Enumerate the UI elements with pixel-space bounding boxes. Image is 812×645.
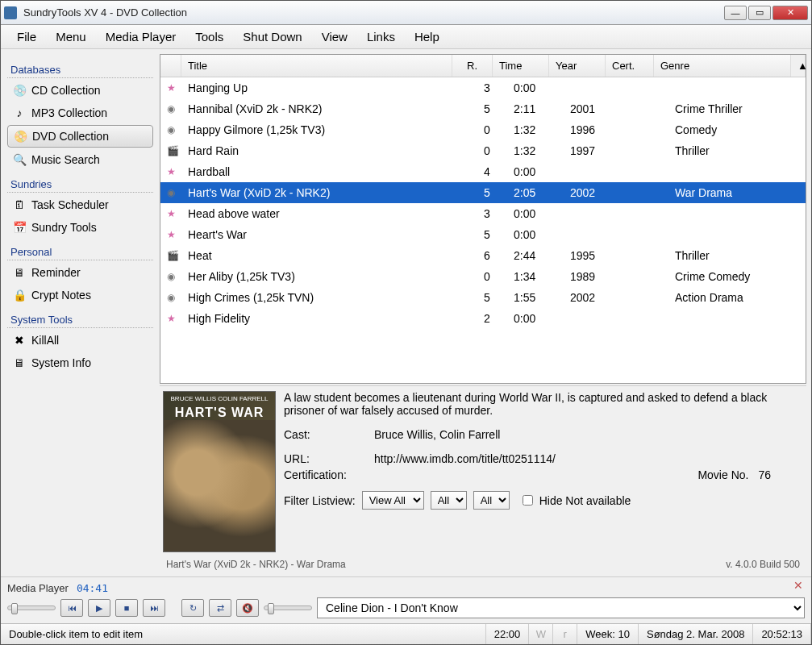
- minimize-button[interactable]: —: [724, 6, 747, 20]
- maximize-button[interactable]: ▭: [748, 6, 771, 20]
- table-body[interactable]: ★Hanging Up30:00◉Hannibal (XviD 2k - NRK…: [160, 77, 806, 383]
- row-time: 1:34: [507, 268, 564, 285]
- movieno-value: 76: [758, 468, 771, 481]
- sidebar-header-databases: Databases: [7, 60, 153, 78]
- main-area: Title R. Time Year Cert. Genre ▲ ★Hangin…: [160, 54, 806, 572]
- status-date: Søndag 2. Mar. 2008: [639, 624, 753, 644]
- table-row[interactable]: ◉Happy Gilmore (1,25k TV3)01:321996Comed…: [160, 119, 806, 140]
- status-r: r: [553, 624, 577, 644]
- mute-button[interactable]: 🔇: [236, 599, 259, 617]
- menu-shut-down[interactable]: Shut Down: [233, 27, 311, 47]
- clap-icon: 🎬: [160, 143, 181, 159]
- table-row[interactable]: ★High Fidelity20:00: [160, 308, 806, 329]
- sidebar-item-label: Music Search: [31, 153, 100, 166]
- table-row[interactable]: ◉Hannibal (XviD 2k - NRK2)52:112001Crime…: [160, 98, 806, 119]
- next-button[interactable]: ⏭: [143, 599, 165, 617]
- col-rating-header[interactable]: R.: [452, 55, 493, 77]
- row-rating: 5: [467, 226, 507, 243]
- row-genre: Thriller: [668, 142, 806, 160]
- menu-tools[interactable]: Tools: [185, 27, 233, 47]
- sundry-tools-icon: 📅: [12, 220, 27, 235]
- sidebar-item-killall[interactable]: ✖KillAll: [7, 330, 153, 351]
- col-title-header[interactable]: Title: [181, 55, 452, 77]
- row-time: 0:00: [507, 226, 564, 243]
- row-genre: [668, 85, 806, 90]
- row-title: Heart's War: [181, 226, 467, 243]
- row-year: 1989: [564, 268, 620, 285]
- volume-slider[interactable]: [264, 605, 312, 610]
- sidebar-header-personal: Personal: [7, 243, 153, 260]
- row-rating: 0: [467, 268, 507, 285]
- filter-3-select[interactable]: All: [473, 491, 510, 510]
- col-time-header[interactable]: Time: [493, 55, 549, 77]
- col-cert-header[interactable]: Cert.: [606, 55, 654, 77]
- close-button[interactable]: ✕: [772, 6, 808, 20]
- menu-view[interactable]: View: [312, 27, 357, 47]
- url-label: URL:: [284, 452, 364, 465]
- menu-menu[interactable]: Menu: [46, 27, 96, 47]
- row-genre: [668, 316, 806, 321]
- row-title: Her Aliby (1,25k TV3): [181, 268, 467, 285]
- row-rating: 5: [467, 100, 507, 118]
- sidebar-item-mp3-collection[interactable]: ♪MP3 Collection: [7, 102, 153, 123]
- row-time: 0:00: [507, 163, 564, 181]
- row-title: Hard Rain: [181, 142, 467, 160]
- table-row[interactable]: ★Hardball40:00: [160, 161, 806, 182]
- row-time: 2:11: [507, 100, 564, 118]
- killall-icon: ✖: [12, 333, 27, 347]
- sidebar-header-system-tools: System Tools: [7, 310, 153, 328]
- sidebar-item-music-search[interactable]: 🔍Music Search: [7, 149, 153, 170]
- sidebar-item-label: Reminder: [31, 266, 81, 279]
- row-time: 0:00: [507, 310, 564, 327]
- url-value: http://www.imdb.com/title/tt0251114/: [374, 452, 556, 465]
- sidebar-item-task-scheduler[interactable]: 🗓Task Scheduler: [7, 194, 153, 215]
- player-close-icon[interactable]: ✕: [793, 579, 803, 592]
- status-clock1: 22:00: [486, 624, 530, 644]
- table-row[interactable]: ★Head above water30:00: [160, 203, 806, 224]
- menu-help[interactable]: Help: [405, 27, 449, 47]
- shuffle-button[interactable]: ⇄: [209, 599, 231, 617]
- repeat-button[interactable]: ↻: [181, 599, 204, 617]
- prev-button[interactable]: ⏮: [60, 599, 83, 617]
- statusbar: Double-click item to edit item 22:00 W r…: [1, 623, 811, 644]
- stop-button[interactable]: ■: [115, 599, 138, 617]
- sidebar-item-reminder[interactable]: 🖥Reminder: [7, 262, 153, 283]
- sidebar-item-system-info[interactable]: 🖥System Info: [7, 352, 153, 373]
- seek-slider[interactable]: [7, 605, 56, 610]
- filter-2-select[interactable]: All: [431, 491, 467, 510]
- row-time: 0:00: [507, 205, 564, 223]
- media-player-panel: ✕ Media Player 04:41 ⏮ ▶ ■ ⏭ ↻ ⇄ 🔇 Celin…: [1, 576, 811, 623]
- row-title: High Fidelity: [181, 310, 467, 327]
- table-row[interactable]: ★Heart's War50:00: [160, 224, 806, 245]
- table-row[interactable]: ◉Hart's War (XviD 2k - NRK2)52:052002War…: [160, 182, 806, 203]
- table-row[interactable]: 🎬Heat62:441995Thriller: [160, 245, 806, 266]
- track-select[interactable]: Celine Dion - I Don't Know: [317, 597, 805, 618]
- hide-unavailable-checkbox[interactable]: [523, 495, 533, 506]
- sidebar-item-dvd-collection[interactable]: 📀DVD Collection: [7, 125, 153, 148]
- titlebar: SundryTools XV 4 - DVD Collection — ▭ ✕: [1, 1, 811, 25]
- menu-links[interactable]: Links: [357, 27, 405, 47]
- sidebar-header-sundries: Sundries: [7, 175, 153, 193]
- table-row[interactable]: ★Hanging Up30:00: [160, 77, 806, 98]
- table-row[interactable]: ◉High Crimes (1,25k TVN)51:552002Action …: [160, 287, 806, 308]
- row-title: Head above water: [181, 205, 467, 223]
- row-year: 1996: [564, 121, 620, 139]
- filter-view-select[interactable]: View All: [362, 491, 424, 510]
- table-row[interactable]: 🎬Hard Rain01:321997Thriller: [160, 140, 806, 161]
- status-path: Hart's War (XviD 2k - NRK2) - War Drama: [166, 559, 346, 570]
- row-title: Hannibal (XviD 2k - NRK2): [181, 100, 467, 118]
- row-cert: [620, 253, 668, 258]
- menu-media-player[interactable]: Media Player: [96, 27, 186, 47]
- table-row[interactable]: ◉Her Aliby (1,25k TV3)01:341989Crime Com…: [160, 266, 806, 287]
- sidebar-item-cd-collection[interactable]: 💿CD Collection: [7, 80, 153, 101]
- sidebar-item-label: Sundry Tools: [31, 221, 97, 234]
- row-genre: [668, 232, 806, 237]
- sidebar-item-crypt-notes[interactable]: 🔒Crypt Notes: [7, 285, 153, 306]
- col-genre-header[interactable]: Genre: [654, 55, 791, 77]
- menu-file[interactable]: File: [7, 27, 46, 47]
- col-icon-header[interactable]: [160, 55, 181, 77]
- sidebar-item-sundry-tools[interactable]: 📅Sundry Tools: [7, 217, 153, 238]
- play-button[interactable]: ▶: [88, 599, 110, 617]
- sidebar-item-label: KillAll: [31, 334, 59, 347]
- col-year-header[interactable]: Year: [549, 55, 606, 77]
